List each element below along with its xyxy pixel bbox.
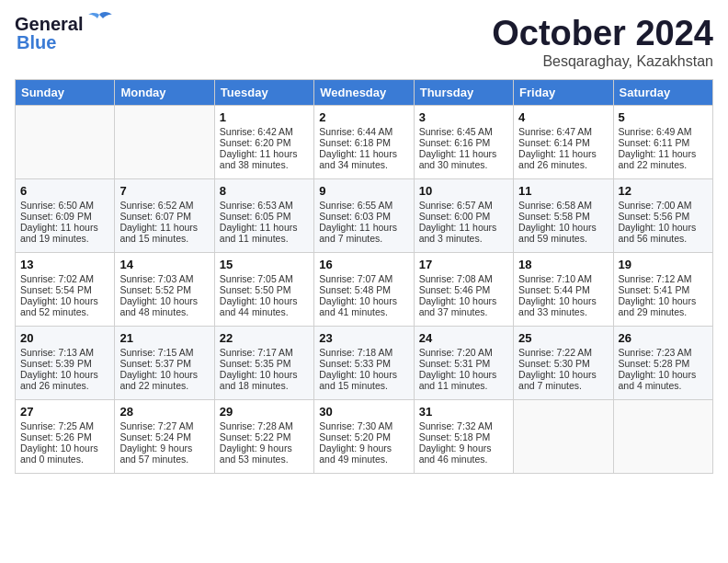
day-number: 20 [20, 331, 109, 345]
daylight-text: Daylight: 9 hours and 57 minutes. [119, 442, 209, 465]
table-row: 17Sunrise: 7:08 AMSunset: 5:46 PMDayligh… [414, 252, 513, 326]
sunrise-text: Sunrise: 6:47 AM [518, 126, 608, 137]
day-number: 12 [619, 184, 708, 198]
table-row: 5Sunrise: 6:49 AMSunset: 6:11 PMDaylight… [613, 105, 712, 178]
sunset-text: Sunset: 5:37 PM [119, 358, 209, 369]
col-saturday: Saturday [613, 79, 712, 105]
day-number: 25 [518, 331, 608, 345]
sunrise-text: Sunrise: 6:49 AM [619, 126, 708, 137]
daylight-text: Daylight: 10 hours and 56 minutes. [619, 222, 708, 244]
daylight-text: Daylight: 10 hours and 48 minutes. [119, 295, 209, 317]
sunrise-text: Sunrise: 6:42 AM [220, 126, 309, 137]
sunset-text: Sunset: 5:48 PM [319, 284, 408, 295]
sunrise-text: Sunrise: 6:50 AM [20, 200, 109, 211]
sunset-text: Sunset: 5:39 PM [20, 358, 109, 369]
daylight-text: Daylight: 10 hours and 44 minutes. [220, 295, 309, 317]
calendar-week-row: 1Sunrise: 6:42 AMSunset: 6:20 PMDaylight… [16, 105, 713, 178]
day-number: 26 [619, 331, 708, 345]
sunset-text: Sunset: 5:56 PM [619, 211, 708, 222]
day-number: 17 [419, 258, 508, 271]
sunrise-text: Sunrise: 7:20 AM [419, 347, 508, 358]
table-row: 4Sunrise: 6:47 AMSunset: 6:14 PMDaylight… [514, 105, 613, 178]
day-number: 22 [220, 331, 309, 345]
daylight-text: Daylight: 11 hours and 26 minutes. [518, 148, 608, 170]
sunrise-text: Sunrise: 7:28 AM [220, 420, 309, 431]
daylight-text: Daylight: 11 hours and 15 minutes. [119, 222, 209, 244]
sunset-text: Sunset: 5:28 PM [619, 358, 708, 369]
daylight-text: Daylight: 10 hours and 0 minutes. [20, 442, 109, 465]
daylight-text: Daylight: 10 hours and 41 minutes. [319, 295, 408, 317]
sunset-text: Sunset: 5:30 PM [518, 358, 608, 369]
col-sunday: Sunday [16, 79, 115, 105]
day-number: 27 [20, 405, 109, 419]
table-row [613, 399, 712, 473]
table-row: 26Sunrise: 7:23 AMSunset: 5:28 PMDayligh… [613, 326, 712, 399]
day-number: 8 [220, 184, 309, 198]
logo-general: General [15, 15, 83, 33]
day-number: 16 [319, 258, 408, 271]
sunrise-text: Sunrise: 7:00 AM [619, 200, 708, 211]
sunset-text: Sunset: 6:07 PM [119, 211, 209, 222]
day-number: 19 [619, 258, 708, 271]
calendar-week-row: 27Sunrise: 7:25 AMSunset: 5:26 PMDayligh… [16, 399, 713, 473]
day-number: 15 [220, 258, 309, 271]
day-number: 29 [220, 405, 309, 419]
sunrise-text: Sunrise: 7:30 AM [319, 420, 408, 431]
daylight-text: Daylight: 10 hours and 29 minutes. [619, 295, 708, 317]
table-row: 19Sunrise: 7:12 AMSunset: 5:41 PMDayligh… [613, 252, 712, 326]
day-number: 6 [20, 184, 109, 198]
daylight-text: Daylight: 11 hours and 38 minutes. [220, 148, 309, 170]
calendar-table: Sunday Monday Tuesday Wednesday Thursday… [15, 79, 713, 474]
sunrise-text: Sunrise: 7:07 AM [319, 273, 408, 284]
daylight-text: Daylight: 10 hours and 52 minutes. [20, 295, 109, 317]
day-number: 7 [119, 184, 209, 198]
header-area: General Blue October 2024 Besqaraghay, K… [15, 15, 713, 70]
table-row: 22Sunrise: 7:17 AMSunset: 5:35 PMDayligh… [214, 326, 313, 399]
sunrise-text: Sunrise: 6:55 AM [319, 200, 408, 211]
sunrise-text: Sunrise: 7:12 AM [619, 273, 708, 284]
table-row: 23Sunrise: 7:18 AMSunset: 5:33 PMDayligh… [314, 326, 414, 399]
day-number: 18 [518, 258, 608, 271]
calendar-week-row: 20Sunrise: 7:13 AMSunset: 5:39 PMDayligh… [16, 326, 713, 399]
daylight-text: Daylight: 10 hours and 22 minutes. [119, 369, 209, 391]
sunset-text: Sunset: 5:50 PM [220, 284, 309, 295]
table-row: 1Sunrise: 6:42 AMSunset: 6:20 PMDaylight… [214, 105, 313, 178]
sunrise-text: Sunrise: 6:57 AM [419, 200, 508, 211]
title-block: October 2024 Besqaraghay, Kazakhstan [492, 15, 713, 70]
table-row: 31Sunrise: 7:32 AMSunset: 5:18 PMDayligh… [414, 399, 513, 473]
daylight-text: Daylight: 11 hours and 11 minutes. [220, 222, 309, 244]
sunrise-text: Sunrise: 7:13 AM [20, 347, 109, 358]
sunrise-text: Sunrise: 7:17 AM [220, 347, 309, 358]
daylight-text: Daylight: 10 hours and 59 minutes. [518, 222, 608, 244]
sunrise-text: Sunrise: 7:32 AM [419, 420, 508, 431]
sunset-text: Sunset: 5:20 PM [319, 431, 408, 442]
sunrise-text: Sunrise: 7:02 AM [20, 273, 109, 284]
col-wednesday: Wednesday [314, 79, 414, 105]
sunrise-text: Sunrise: 6:53 AM [220, 200, 309, 211]
table-row: 11Sunrise: 6:58 AMSunset: 5:58 PMDayligh… [514, 178, 613, 252]
table-row: 27Sunrise: 7:25 AMSunset: 5:26 PMDayligh… [16, 399, 115, 473]
table-row: 14Sunrise: 7:03 AMSunset: 5:52 PMDayligh… [115, 252, 214, 326]
sunrise-text: Sunrise: 7:15 AM [119, 347, 209, 358]
day-number: 2 [319, 110, 408, 124]
table-row: 2Sunrise: 6:44 AMSunset: 6:18 PMDaylight… [314, 105, 414, 178]
sunrise-text: Sunrise: 7:03 AM [119, 273, 209, 284]
day-number: 4 [518, 110, 608, 124]
daylight-text: Daylight: 9 hours and 53 minutes. [220, 442, 309, 465]
col-tuesday: Tuesday [214, 79, 313, 105]
sunrise-text: Sunrise: 7:08 AM [419, 273, 508, 284]
day-number: 5 [619, 110, 708, 124]
sunset-text: Sunset: 5:33 PM [319, 358, 408, 369]
sunset-text: Sunset: 5:52 PM [119, 284, 209, 295]
daylight-text: Daylight: 10 hours and 15 minutes. [319, 369, 408, 391]
sunrise-text: Sunrise: 6:58 AM [518, 200, 608, 211]
day-number: 3 [419, 110, 508, 124]
sunrise-text: Sunrise: 7:23 AM [619, 347, 708, 358]
sunrise-text: Sunrise: 7:10 AM [518, 273, 608, 284]
day-number: 24 [419, 331, 508, 345]
sunset-text: Sunset: 5:54 PM [20, 284, 109, 295]
sunset-text: Sunset: 6:09 PM [20, 211, 109, 222]
day-number: 28 [119, 405, 209, 419]
calendar-header-row: Sunday Monday Tuesday Wednesday Thursday… [16, 79, 713, 105]
table-row: 16Sunrise: 7:07 AMSunset: 5:48 PMDayligh… [314, 252, 414, 326]
